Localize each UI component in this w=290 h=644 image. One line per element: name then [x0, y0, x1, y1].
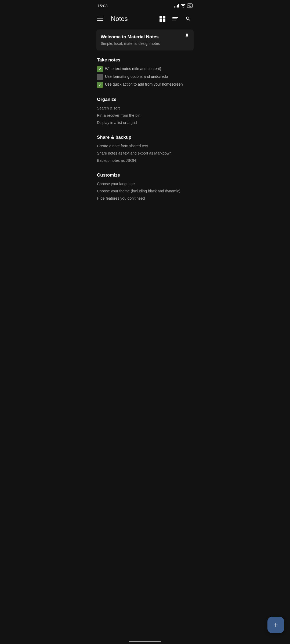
section-take-notes: Take notes✓Write text notes (title and c… — [93, 53, 197, 92]
section-item-share-backup-0: Create a note from shared text — [97, 143, 193, 149]
checkmark-icon: ✓ — [98, 83, 102, 87]
section-title-share-backup: Share & backup — [97, 135, 193, 140]
sort-icon — [172, 17, 178, 20]
section-item-organize-0: Search & sort — [97, 105, 193, 111]
wifi-icon — [181, 4, 186, 8]
note-card-title: Welcome to Material Notes — [101, 34, 189, 40]
checkbox-take-notes-1[interactable] — [97, 74, 103, 80]
grid-view-button[interactable] — [158, 14, 167, 24]
section-item-share-backup-1: Share notes as text and export as Markdo… — [97, 151, 193, 156]
app-title: Notes — [111, 15, 158, 23]
section-item-customize-2: Hide features you don't need — [97, 196, 193, 201]
checkbox-item-take-notes-1: Use formatting options and undo/redo — [97, 74, 193, 80]
section-title-organize: Organize — [97, 97, 193, 102]
section-item-share-backup-2: Backup notes as JSON — [97, 158, 193, 163]
battery-icon: 42 — [187, 3, 193, 8]
section-title-take-notes: Take notes — [97, 57, 193, 63]
status-bar: 15:03 42 — [93, 0, 197, 10]
checkbox-text-take-notes-2: Use quick action to add from your homesc… — [105, 82, 183, 87]
note-card-welcome[interactable]: Welcome to Material Notes Simple, local,… — [96, 30, 194, 50]
sections-container: Take notes✓Write text notes (title and c… — [93, 53, 197, 206]
section-item-organize-1: Pin & recover from the bin — [97, 113, 193, 118]
section-share-backup: Share & backupCreate a note from shared … — [93, 130, 197, 168]
sort-button[interactable] — [171, 14, 180, 24]
checkbox-item-take-notes-2: ✓Use quick action to add from your homes… — [97, 82, 193, 88]
grid-icon — [160, 16, 165, 22]
section-item-customize-0: Choose your language — [97, 181, 193, 187]
section-title-customize: Customize — [97, 173, 193, 178]
checkbox-text-take-notes-0: Write text notes (title and content) — [105, 66, 161, 72]
checkbox-take-notes-2[interactable]: ✓ — [97, 82, 103, 88]
status-icons: 42 — [174, 3, 193, 8]
note-card-subtitle: Simple, local, material design notes — [101, 41, 189, 46]
section-organize: OrganizeSearch & sortPin & recover from … — [93, 92, 197, 130]
battery-level: 42 — [188, 4, 191, 7]
search-button[interactable] — [183, 14, 193, 24]
app-bar-actions — [158, 14, 193, 24]
search-icon — [185, 16, 191, 22]
checkbox-take-notes-0[interactable]: ✓ — [97, 66, 103, 72]
checkbox-text-take-notes-1: Use formatting options and undo/redo — [105, 74, 168, 79]
section-item-organize-2: Display in a list or a grid — [97, 120, 193, 126]
menu-icon[interactable] — [97, 14, 107, 24]
checkmark-icon: ✓ — [98, 67, 102, 71]
status-time: 15:03 — [97, 3, 108, 8]
section-item-customize-1: Choose your theme (including black and d… — [97, 188, 193, 194]
app-bar: Notes — [93, 10, 197, 27]
pin-icon — [184, 33, 189, 39]
signal-bars-icon — [174, 4, 179, 8]
checkbox-item-take-notes-0: ✓Write text notes (title and content) — [97, 66, 193, 72]
section-customize: CustomizeChoose your languageChoose your… — [93, 168, 197, 206]
